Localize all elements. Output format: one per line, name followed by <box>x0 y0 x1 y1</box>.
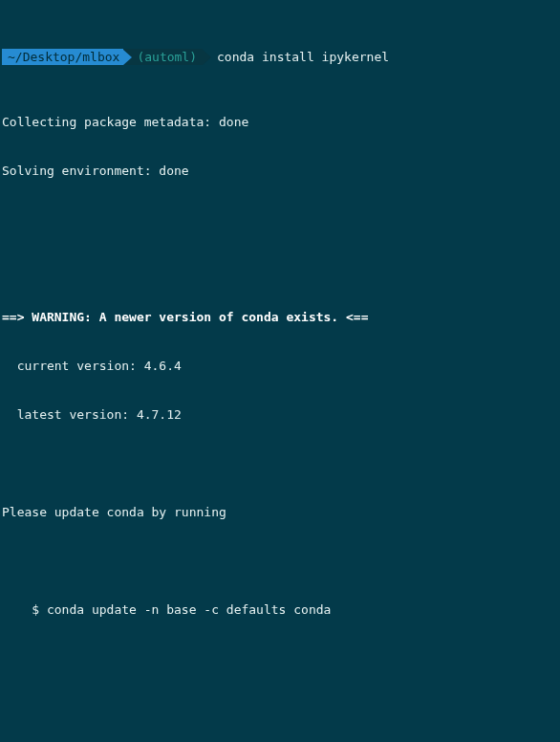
blank <box>2 260 558 276</box>
blank <box>2 699 558 715</box>
command-text: conda install ipykernel <box>211 49 389 65</box>
prompt-env: (automl) <box>123 49 203 65</box>
update-command: $ conda update -n base -c defaults conda <box>2 601 558 618</box>
update-hint: Please update conda by running <box>2 504 558 520</box>
powerline-arrow-icon <box>203 50 211 65</box>
powerline-arrow-icon <box>123 50 132 65</box>
prompt-path: ~/Desktop/mlbox <box>2 49 123 65</box>
blank <box>2 553 558 569</box>
out-collecting: Collecting package metadata: done <box>2 114 558 130</box>
warning-header: ==> WARNING: A newer version of conda ex… <box>2 309 558 325</box>
blank <box>2 211 558 228</box>
blank <box>2 650 558 666</box>
blank <box>2 455 558 471</box>
warning-current: current version: 4.6.4 <box>2 358 558 374</box>
terminal-output: ~/Desktop/mlbox(automl)conda install ipy… <box>0 0 560 742</box>
warning-latest: latest version: 4.7.12 <box>2 406 558 423</box>
out-solving: Solving environment: done <box>2 163 558 179</box>
prompt-line[interactable]: ~/Desktop/mlbox(automl)conda install ipy… <box>2 49 558 65</box>
